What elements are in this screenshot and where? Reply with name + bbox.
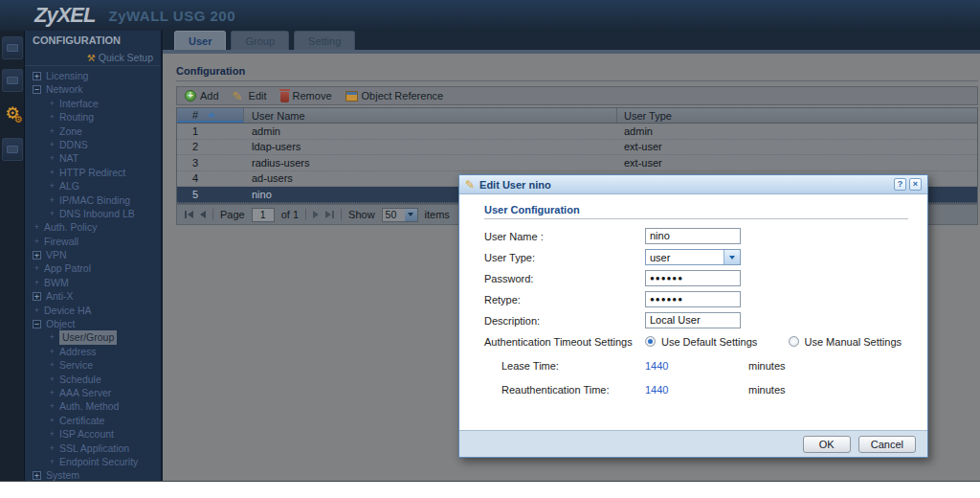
- sidebar-item-alg[interactable]: +ALG: [25, 179, 161, 192]
- previous-page-button[interactable]: [200, 211, 206, 218]
- sidebar-item-label: Licensing: [46, 69, 88, 82]
- add-button[interactable]: +Add: [185, 90, 219, 102]
- object-reference-button[interactable]: Object Reference: [345, 90, 444, 102]
- sidebar-item-app-patrol[interactable]: +App Patrol: [25, 261, 161, 275]
- sidebar-item-object[interactable]: −Object: [25, 317, 161, 330]
- tab-bar: UserGroupSetting: [163, 31, 355, 50]
- sidebar-menu: +Licensing−Network+Interface+Routing+Zon…: [25, 69, 161, 482]
- sidebar-item-ddns[interactable]: +DDNS: [25, 138, 161, 151]
- sidebar-item-firewall[interactable]: +Firewall: [25, 235, 161, 248]
- ok-button[interactable]: OK: [803, 436, 851, 453]
- sidebar-item-bwm[interactable]: +BWM: [25, 276, 161, 289]
- expand-plus-icon[interactable]: +: [33, 292, 41, 301]
- use-default-settings-radio[interactable]: [645, 336, 656, 347]
- edit-button[interactable]: Edit: [233, 90, 267, 102]
- status-glyph: [7, 44, 18, 52]
- tab-setting[interactable]: Setting: [294, 31, 355, 50]
- user-type-select[interactable]: user: [645, 249, 741, 265]
- dialog-footer: OK Cancel: [459, 430, 927, 457]
- sidebar-item-http-redirect[interactable]: +HTTP Redirect: [25, 166, 161, 179]
- sidebar-item-label: BWM: [44, 276, 69, 289]
- sidebar-item-zone[interactable]: +Zone: [25, 124, 161, 138]
- sidebar-item-interface[interactable]: +Interface: [25, 97, 161, 110]
- sidebar-item-label: VPN: [46, 248, 67, 261]
- password-input[interactable]: ●●●●●●: [645, 270, 741, 286]
- remove-button[interactable]: Remove: [280, 90, 332, 102]
- sidebar-item-anti-x[interactable]: +Anti-X: [25, 289, 161, 303]
- next-page-button[interactable]: [313, 211, 319, 218]
- column-header-number[interactable]: #: [177, 108, 244, 123]
- sidebar-item-nat[interactable]: +NAT: [25, 151, 161, 165]
- dialog-close-button[interactable]: ×: [909, 178, 922, 191]
- sidebar-item-address[interactable]: +Address: [25, 345, 161, 358]
- sidebar-item-auth-method[interactable]: +Auth. Method: [25, 399, 161, 413]
- table-row[interactable]: 2ldap-usersext-user: [177, 140, 977, 156]
- retype-input[interactable]: ●●●●●●: [645, 291, 741, 307]
- page-number-input[interactable]: 1: [252, 208, 275, 222]
- status-icon[interactable]: [2, 36, 23, 59]
- table-row[interactable]: 3radius-usersext-user: [177, 155, 977, 171]
- use-default-settings-group: Use Default Settings: [645, 336, 766, 348]
- collapse-minus-icon[interactable]: −: [33, 320, 41, 328]
- maintenance-icon[interactable]: [2, 138, 23, 161]
- menu-bullet-icon: +: [48, 373, 56, 386]
- product-name: ZyWALL USG 200: [108, 8, 235, 24]
- dialog-title: Edit User nino: [479, 179, 891, 191]
- tab-user[interactable]: User: [174, 31, 226, 50]
- last-page-button[interactable]: [325, 211, 334, 218]
- sidebar-item-network[interactable]: −Network: [25, 82, 161, 96]
- use-manual-settings-radio[interactable]: [789, 336, 799, 347]
- first-page-button[interactable]: [185, 211, 193, 218]
- page-size-select[interactable]: 50: [382, 208, 418, 222]
- menu-bullet-icon: +: [48, 345, 56, 358]
- expand-plus-icon[interactable]: +: [33, 471, 41, 480]
- sidebar-item-isp-account[interactable]: +ISP Account: [25, 427, 161, 441]
- sidebar-item-vpn[interactable]: +VPN: [25, 248, 161, 261]
- sidebar-item-routing[interactable]: +Routing: [25, 110, 161, 124]
- user-number-cell: 2: [177, 140, 244, 155]
- expand-plus-icon[interactable]: +: [33, 72, 41, 80]
- sidebar-item-ip-mac-binding[interactable]: +IP/MAC Binding: [25, 193, 161, 207]
- sidebar-item-service[interactable]: +Service: [25, 358, 161, 372]
- sidebar-item-aaa-server[interactable]: +AAA Server: [25, 386, 161, 399]
- monitor-glyph: [7, 77, 18, 84]
- reauthentication-time-row: Reauthentication Time: 1440 minutes: [484, 381, 908, 397]
- dialog-title-bar: ✎ Edit User nino ? ×: [459, 175, 927, 194]
- sidebar-item-device-ha[interactable]: +Device HA: [25, 304, 161, 317]
- menu-bullet-icon: +: [48, 386, 56, 399]
- menu-bullet-icon: +: [48, 358, 56, 372]
- collapse-minus-icon[interactable]: −: [33, 85, 41, 94]
- configuration-icon[interactable]: ⚙: [2, 102, 23, 124]
- tab-group[interactable]: Group: [231, 31, 289, 50]
- dialog-help-button[interactable]: ?: [894, 178, 906, 191]
- quick-setup-link[interactable]: ⚒Quick Setup: [25, 50, 161, 66]
- sidebar-item-ssl-application[interactable]: +SSL Application: [25, 441, 161, 455]
- sidebar-item-system[interactable]: +System: [25, 468, 161, 482]
- expand-plus-icon[interactable]: +: [33, 251, 41, 260]
- monitor-icon[interactable]: [2, 69, 23, 92]
- user-type-value: user: [646, 252, 724, 263]
- cancel-button[interactable]: Cancel: [858, 436, 916, 453]
- pager-separator: [341, 209, 342, 220]
- column-header-user-name[interactable]: User Name: [244, 108, 617, 123]
- table-row[interactable]: 1adminadmin: [177, 124, 977, 140]
- user-number-cell: 1: [177, 124, 244, 139]
- sidebar-item-dns-inbound-lb[interactable]: +DNS Inbound LB: [25, 207, 161, 220]
- sidebar-item-endpoint-security[interactable]: +Endpoint Security: [25, 455, 161, 468]
- sidebar-item-schedule[interactable]: +Schedule: [25, 373, 161, 386]
- description-input[interactable]: Local User: [645, 312, 741, 328]
- sidebar-item-label: IP/MAC Binding: [59, 193, 130, 207]
- column-header-user-type[interactable]: User Type: [617, 108, 977, 123]
- sidebar-item-certificate[interactable]: +Certificate: [25, 414, 161, 427]
- user-name-input[interactable]: nino: [645, 228, 741, 244]
- page-size-chevron-down-icon: [405, 209, 417, 221]
- menu-bullet-icon: +: [48, 151, 56, 165]
- user-name-label: User Name :: [484, 231, 645, 242]
- sidebar-item-licensing[interactable]: +Licensing: [25, 69, 161, 82]
- sidebar-item-auth-policy[interactable]: +Auth. Policy: [25, 220, 161, 234]
- first-page-bar: [185, 211, 187, 218]
- reauthentication-time-unit: minutes: [748, 384, 786, 396]
- sidebar-item-user-group[interactable]: +User/Group: [25, 330, 161, 344]
- menu-bullet-icon: +: [48, 138, 56, 151]
- page-of-label: of 1: [281, 209, 299, 220]
